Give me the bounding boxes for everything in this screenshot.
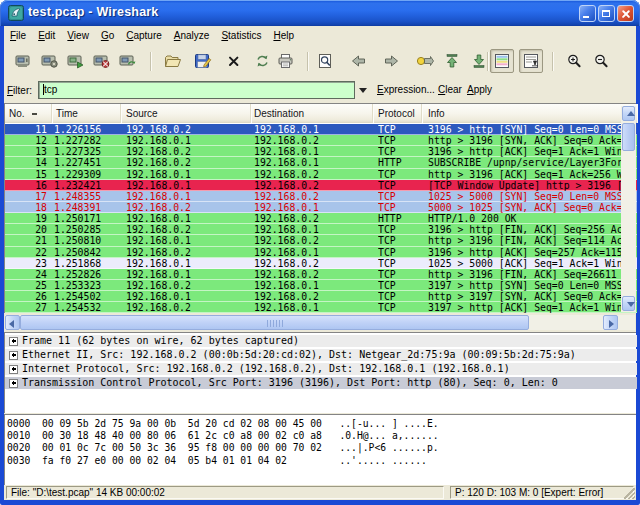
- expander-plus-icon[interactable]: [9, 337, 18, 346]
- go-back-button[interactable]: [348, 51, 368, 71]
- zoom-in-button[interactable]: [564, 51, 584, 71]
- maximize-icon: [602, 10, 610, 17]
- column-header-info[interactable]: Info: [422, 104, 637, 123]
- minimize-button[interactable]: [579, 5, 596, 22]
- reload-button[interactable]: [252, 51, 272, 71]
- menu-go[interactable]: Go: [95, 26, 120, 44]
- detail-row[interactable]: Transmission Control Protocol, Src Port:…: [5, 377, 637, 389]
- packet-row[interactable]: 19 1.250171 192.168.0.1 192.168.0.2 HTTP…: [5, 213, 637, 224]
- menu-edit[interactable]: Edit: [32, 26, 61, 44]
- scroll-right-icon: [609, 320, 614, 328]
- minimize-icon: [583, 16, 589, 19]
- hex-line[interactable]: 0030 fa f0 27 e0 00 00 02 04 05 b4 01 01…: [7, 455, 636, 467]
- menu-file[interactable]: File: [4, 26, 32, 44]
- packet-row[interactable]: 12 1.227282 192.168.0.1 192.168.0.2 TCP …: [5, 135, 637, 146]
- menu-capture[interactable]: Capture: [120, 26, 168, 44]
- capture-start-button[interactable]: [66, 51, 86, 71]
- expander-plus-icon[interactable]: [9, 365, 18, 374]
- packet-row[interactable]: 26 1.254502 192.168.0.1 192.168.0.2 TCP …: [5, 291, 637, 302]
- go-to-bottom-button[interactable]: [469, 51, 489, 71]
- hex-line[interactable]: 0020 00 01 0c 7c 00 50 3c 36 95 f8 00 00…: [7, 442, 636, 454]
- colorize-toggle-button[interactable]: [490, 49, 514, 73]
- filter-label[interactable]: Filter:: [7, 85, 32, 96]
- open-file-button[interactable]: [163, 51, 183, 71]
- detail-row[interactable]: Frame 11 (62 bytes on wire, 62 bytes cap…: [5, 335, 637, 347]
- menu-statistics[interactable]: Statistics: [215, 26, 267, 44]
- packet-list-hscrollbar: [4, 313, 636, 331]
- resize-grip[interactable]: [624, 488, 635, 499]
- scroll-down-icon: [627, 302, 635, 307]
- packet-row[interactable]: 13 1.227325 192.168.0.2 192.168.0.1 TCP …: [5, 146, 637, 157]
- status-bar: File: "D:\test.pcap" 14 KB 00:00:02 P: 1…: [4, 485, 636, 500]
- filter-dropdown-icon[interactable]: [359, 88, 367, 93]
- menu-analyze[interactable]: Analyze: [168, 26, 216, 44]
- open-file-icon: [164, 53, 182, 69]
- packet-row[interactable]: 15 1.229309 192.168.0.1 192.168.0.2 TCP …: [5, 169, 637, 180]
- clear-button[interactable]: Clear: [438, 84, 462, 95]
- filter-input[interactable]: tcp: [38, 81, 355, 99]
- expression-button[interactable]: Expression...: [377, 84, 435, 95]
- packet-row[interactable]: 25 1.253323 192.168.0.2 192.168.0.1 TCP …: [5, 280, 637, 291]
- save-as-button[interactable]: [193, 51, 213, 71]
- toolbar-separator: [552, 52, 554, 71]
- capture-restart-icon: [119, 53, 137, 69]
- packet-row[interactable]: 23 1.251868 192.168.0.1 192.168.0.2 TCP …: [5, 258, 637, 269]
- filter-bar: Filter: tcp Expression... Clear Apply: [4, 78, 636, 103]
- capture-restart-button[interactable]: [118, 51, 138, 71]
- menu-help[interactable]: Help: [267, 26, 300, 44]
- print-button[interactable]: [276, 51, 296, 71]
- wireshark-app-icon[interactable]: [8, 5, 24, 21]
- packet-row[interactable]: 22 1.250842 192.168.0.2 192.168.0.1 TCP …: [5, 247, 637, 258]
- status-file-info: File: "D:\test.pcap" 14 KB 00:00:02: [6, 486, 444, 499]
- list-interfaces-button[interactable]: [14, 51, 34, 71]
- column-header-time[interactable]: Time: [52, 104, 121, 123]
- packet-row[interactable]: 17 1.248355 192.168.0.1 192.168.0.2 TCP …: [5, 191, 637, 202]
- capture-stop-icon: [93, 53, 111, 69]
- hex-line[interactable]: 0000 00 09 5b 2d 75 9a 00 0b 5d 20 cd 02…: [7, 418, 636, 430]
- packet-row[interactable]: 20 1.250285 192.168.0.2 192.168.0.1 TCP …: [5, 224, 637, 235]
- column-header-source[interactable]: Source: [121, 104, 251, 123]
- scroll-down-button[interactable]: [622, 296, 635, 311]
- close-file-button[interactable]: [224, 51, 244, 71]
- packet-row[interactable]: 11 1.226156 192.168.0.2 192.168.0.1 TCP …: [5, 124, 637, 135]
- find-packet-button[interactable]: [315, 51, 335, 71]
- expander-plus-icon[interactable]: [9, 379, 18, 388]
- expander-plus-icon[interactable]: [9, 351, 18, 360]
- close-file-icon: [226, 53, 242, 69]
- detail-row[interactable]: Internet Protocol, Src: 192.168.0.2 (192…: [5, 363, 637, 375]
- packet-row[interactable]: 18 1.248391 192.168.0.2 192.168.0.1 TCP …: [5, 202, 637, 213]
- zoom-out-button[interactable]: [591, 51, 611, 71]
- hscrollbar-thumb[interactable]: [20, 315, 529, 330]
- close-button[interactable]: [617, 5, 634, 22]
- maximize-button[interactable]: [598, 5, 615, 22]
- hex-line[interactable]: 0010 00 30 18 48 40 00 80 06 61 2c c0 a8…: [7, 430, 636, 442]
- go-forward-button[interactable]: [381, 51, 401, 71]
- scroll-right-button[interactable]: [603, 315, 618, 330]
- auto-scroll-toggle-button[interactable]: [519, 49, 543, 73]
- scroll-left-icon: [9, 320, 14, 328]
- packet-details-pane: Frame 11 (62 bytes on wire, 62 bytes cap…: [4, 332, 636, 413]
- capture-options-button[interactable]: [40, 51, 60, 71]
- packet-row[interactable]: 27 1.254532 192.168.0.2 192.168.0.1 TCP …: [5, 302, 637, 313]
- detail-row[interactable]: Ethernet II, Src: 192.168.0.2 (00:0b:5d:…: [5, 349, 637, 361]
- packet-row[interactable]: 21 1.250810 192.168.0.1 192.168.0.2 TCP …: [5, 235, 637, 246]
- column-header-protocol[interactable]: Protocol: [373, 104, 422, 123]
- column-header-no[interactable]: No.: [5, 104, 52, 123]
- go-to-packet-button[interactable]: [415, 51, 435, 71]
- packet-list-vscrollbar[interactable]: [621, 106, 636, 312]
- menu-view[interactable]: View: [61, 26, 95, 44]
- packet-row[interactable]: 24 1.252826 192.168.0.1 192.168.0.2 TCP …: [5, 269, 637, 280]
- go-back-icon: [350, 53, 367, 69]
- apply-button[interactable]: Apply: [467, 84, 492, 95]
- packet-row[interactable]: 16 1.232421 192.168.0.1 192.168.0.2 TCP …: [5, 180, 637, 191]
- reload-icon: [254, 53, 271, 69]
- scroll-up-button[interactable]: [622, 106, 635, 121]
- vscrollbar-thumb[interactable]: [622, 123, 635, 151]
- capture-stop-button[interactable]: [92, 51, 112, 71]
- go-to-top-button[interactable]: [442, 51, 462, 71]
- go-forward-icon: [383, 53, 400, 69]
- packet-row[interactable]: 14 1.227451 192.168.0.2 192.168.0.1 HTTP…: [5, 157, 637, 168]
- scroll-left-button[interactable]: [5, 315, 20, 330]
- column-header-destination[interactable]: Destination: [251, 104, 373, 123]
- scroll-up-icon: [627, 111, 635, 116]
